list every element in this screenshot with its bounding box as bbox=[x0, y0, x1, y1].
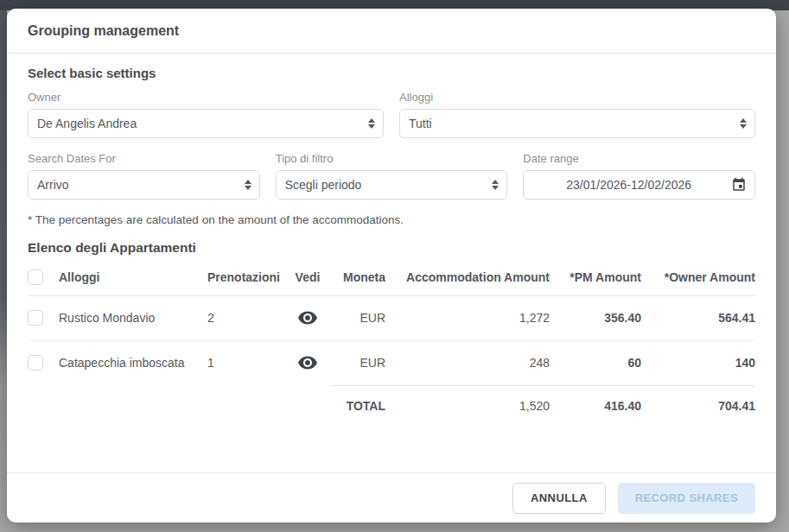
alloggi-select[interactable]: Tutti bbox=[399, 109, 755, 138]
modal-footer: ANNULLA RECORD SHARES bbox=[7, 472, 776, 522]
modal-title: Grouping management bbox=[28, 23, 179, 39]
date-range-value: 23/01/2026-12/02/2026 bbox=[532, 178, 725, 192]
header-vedi: Vedi bbox=[283, 259, 332, 295]
apartments-heading: Elenco degli Appartamenti bbox=[28, 240, 755, 256]
cancel-button[interactable]: ANNULLA bbox=[512, 483, 606, 514]
percentages-note: * The percentages are calculated on the … bbox=[28, 213, 755, 226]
cell-prenotazioni: 1 bbox=[207, 340, 283, 385]
total-pm-amount: 416.40 bbox=[550, 385, 641, 427]
total-owner-amount: 704.41 bbox=[641, 385, 755, 427]
tipo-di-filtro-select-value: Scegli periodo bbox=[285, 178, 485, 192]
cell-prenotazioni: 2 bbox=[207, 295, 283, 340]
basic-settings-heading: Select basic settings bbox=[28, 66, 755, 80]
alloggi-select-value: Tutti bbox=[409, 117, 732, 130]
apartments-table: Alloggi Prenotazioni Vedi Moneta Accommo… bbox=[28, 259, 755, 427]
cell-owner-amount: 140 bbox=[641, 340, 755, 385]
header-moneta: Moneta bbox=[332, 259, 385, 295]
eye-icon[interactable] bbox=[297, 307, 318, 328]
date-range-input[interactable]: 23/01/2026-12/02/2026 bbox=[523, 170, 755, 200]
owner-select-value: De Angelis Andrea bbox=[37, 117, 360, 130]
updown-spinner-icon bbox=[368, 118, 375, 129]
modal-header: Grouping management bbox=[7, 9, 776, 54]
table-total-row: TOTAL 1,520 416.40 704.41 bbox=[28, 385, 755, 427]
owner-select[interactable]: De Angelis Andrea bbox=[28, 109, 384, 138]
cell-accommodation-amount: 248 bbox=[385, 340, 550, 385]
date-range-field: Date range 23/01/2026-12/02/2026 bbox=[523, 152, 755, 200]
table-row: Rustico Mondavio 2 EUR 1,272 356.40 564.… bbox=[28, 295, 755, 340]
cell-accommodation-amount: 1,272 bbox=[385, 295, 550, 340]
table-header-row: Alloggi Prenotazioni Vedi Moneta Accommo… bbox=[28, 259, 755, 295]
tipo-di-filtro-field: Tipo di filtro Scegli periodo bbox=[276, 152, 508, 200]
background-sidebar bbox=[0, 10, 7, 532]
header-pm-amount: *PM Amount bbox=[550, 259, 641, 295]
cell-moneta: EUR bbox=[332, 340, 385, 385]
header-owner-amount: *Owner Amount bbox=[641, 259, 755, 295]
cell-alloggi: Catapecchia imboscata bbox=[59, 340, 207, 385]
updown-spinner-icon bbox=[740, 118, 747, 129]
updown-spinner-icon bbox=[245, 180, 251, 190]
table-row: Catapecchia imboscata 1 EUR 248 60 140 bbox=[28, 340, 755, 385]
calendar-icon bbox=[731, 177, 747, 193]
cell-owner-amount: 564.41 bbox=[641, 295, 755, 340]
row-checkbox[interactable] bbox=[28, 310, 43, 326]
form-row-1: Owner De Angelis Andrea Alloggi Tutti bbox=[28, 91, 755, 138]
modal-body: Select basic settings Owner De Angelis A… bbox=[7, 54, 776, 472]
search-dates-for-label: Search Dates For bbox=[28, 152, 260, 165]
tipo-di-filtro-select[interactable]: Scegli periodo bbox=[276, 170, 508, 200]
header-prenotazioni: Prenotazioni bbox=[207, 259, 283, 295]
alloggi-field: Alloggi Tutti bbox=[399, 91, 755, 138]
form-row-2: Search Dates For Arrivo Tipo di filtro S… bbox=[28, 152, 755, 200]
alloggi-label: Alloggi bbox=[399, 91, 755, 104]
row-checkbox[interactable] bbox=[28, 355, 43, 370]
owner-label: Owner bbox=[28, 91, 384, 104]
updown-spinner-icon bbox=[492, 180, 499, 190]
total-label: TOTAL bbox=[332, 385, 385, 427]
date-range-label: Date range bbox=[523, 152, 755, 165]
cell-pm-amount: 60 bbox=[550, 340, 641, 385]
tipo-di-filtro-label: Tipo di filtro bbox=[276, 152, 508, 165]
cell-moneta: EUR bbox=[332, 295, 385, 340]
header-accommodation-amount: Accommodation Amount bbox=[385, 259, 550, 295]
select-all-checkbox[interactable] bbox=[28, 269, 43, 285]
total-accommodation-amount: 1,520 bbox=[385, 385, 550, 427]
search-dates-for-select-value: Arrivo bbox=[37, 178, 237, 192]
cell-pm-amount: 356.40 bbox=[550, 295, 641, 340]
cell-alloggi: Rustico Mondavio bbox=[59, 295, 207, 340]
owner-field: Owner De Angelis Andrea bbox=[28, 91, 384, 138]
search-dates-for-select[interactable]: Arrivo bbox=[28, 170, 260, 200]
header-alloggi: Alloggi bbox=[59, 259, 207, 295]
grouping-management-modal: Grouping management Select basic setting… bbox=[7, 9, 776, 522]
record-shares-button[interactable]: RECORD SHARES bbox=[618, 483, 755, 514]
search-dates-for-field: Search Dates For Arrivo bbox=[28, 152, 260, 200]
eye-icon[interactable] bbox=[297, 352, 318, 373]
